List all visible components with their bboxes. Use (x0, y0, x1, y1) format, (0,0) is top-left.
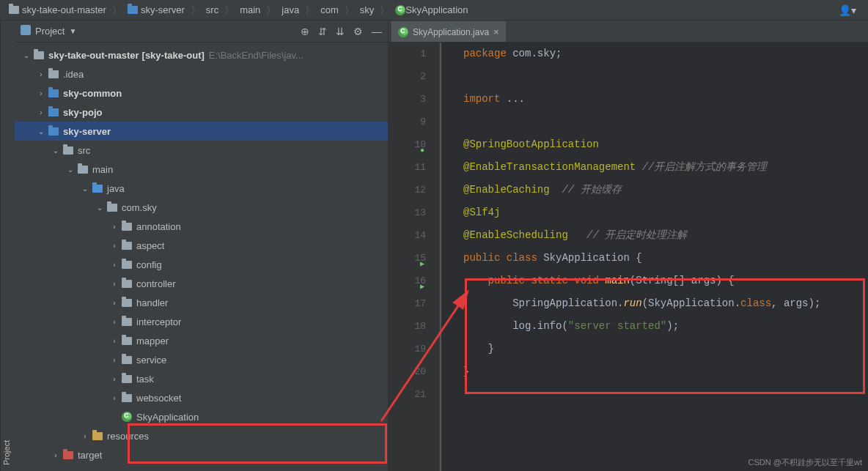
tree-row-websocket[interactable]: ›websocket (15, 388, 388, 407)
tree-row-config[interactable]: ›config (15, 255, 388, 274)
code-line[interactable]: } (463, 338, 868, 360)
tree-arrow-icon[interactable]: › (79, 432, 91, 440)
code-line[interactable] (463, 65, 868, 88)
tree-row-resources[interactable]: ›resources (15, 426, 388, 445)
tree-row-sky-server[interactable]: ⌄sky-server (15, 122, 388, 141)
tree-arrow-icon[interactable]: › (108, 318, 120, 326)
tree-arrow-icon[interactable]: › (108, 223, 120, 231)
tree-arrow-icon[interactable]: › (35, 108, 47, 116)
tree-arrow-icon[interactable]: › (108, 337, 120, 345)
code-line[interactable]: @EnableCaching // 开始缓存 (463, 179, 868, 201)
gutter-line[interactable]: 3 (389, 88, 426, 111)
gutter-line[interactable]: 16▶ (389, 270, 426, 292)
tree-arrow-icon[interactable]: ⌄ (94, 204, 106, 212)
tree-row-sky-common[interactable]: ›sky-common (15, 84, 388, 103)
gutter-line[interactable]: 19 (389, 338, 426, 360)
svg-rect-0 (21, 25, 31, 35)
breadcrumb-item[interactable]: com (317, 4, 342, 15)
tree-label: .idea (63, 69, 84, 80)
code-line[interactable]: @SpringBootApplication (463, 133, 868, 156)
gutter-line[interactable]: 14 (389, 224, 426, 247)
tree-arrow-icon[interactable]: › (108, 394, 120, 402)
code-line[interactable]: log.info("server started"); (463, 315, 868, 338)
tree-row-aspect[interactable]: ›aspect (15, 236, 388, 255)
gear-icon[interactable]: ⚙ (353, 26, 363, 37)
gutter-line[interactable]: 21 (389, 383, 426, 406)
tree-row-skyapplication[interactable]: SkyApplication (15, 407, 388, 426)
breadcrumb-label: sky-take-out-master (22, 4, 106, 15)
tree-row-src[interactable]: ⌄src (15, 141, 388, 160)
code-line[interactable]: @EnableTransactionManagement //开启注解方式的事务… (463, 156, 868, 179)
tree-row-sky-take-out-master[interactable]: ⌄sky-take-out-master [sky-take-out]E:\Ba… (15, 45, 388, 64)
tree-row-handler[interactable]: ›handler (15, 293, 388, 312)
tree-row-service[interactable]: ›service (15, 350, 388, 369)
gutter-line[interactable]: 18 (389, 315, 426, 338)
gutter-line[interactable]: 15▶ (389, 247, 426, 270)
gutter-line[interactable]: 10● (389, 133, 426, 156)
tree-arrow-icon[interactable]: › (35, 70, 47, 78)
hide-icon[interactable]: — (372, 26, 382, 37)
expand-icon[interactable]: ⇵ (318, 26, 327, 37)
code-line[interactable]: SpringApplication.run(SkyApplication.cla… (463, 292, 868, 315)
project-tool-tab[interactable]: Project (0, 21, 15, 471)
close-icon[interactable]: × (493, 26, 499, 37)
code-line[interactable]: } (463, 360, 868, 383)
code-line[interactable]: @Slf4j (463, 201, 868, 224)
tree-arrow-icon[interactable]: ⌄ (50, 147, 62, 155)
collapse-icon[interactable]: ⇊ (336, 26, 345, 37)
editor-tab-skyapplication[interactable]: SkyApplication.java × (391, 21, 506, 42)
gutter-line[interactable]: 12 (389, 179, 426, 201)
gutter-line[interactable]: 2 (389, 65, 426, 88)
tree-arrow-icon[interactable]: ⌄ (35, 127, 47, 136)
code-line[interactable]: public static void main(String[] args) { (463, 270, 868, 292)
tree-row-target[interactable]: ›target (15, 445, 388, 464)
tree-row-main[interactable]: ⌄main (15, 160, 388, 179)
tree-row-interceptor[interactable]: ›interceptor (15, 312, 388, 331)
code-area[interactable]: package com.sky;import ...@SpringBootApp… (440, 42, 868, 471)
tree-arrow-icon[interactable]: ⌄ (65, 166, 76, 174)
gutter-line[interactable]: 13 (389, 201, 426, 224)
tree-arrow-icon[interactable]: › (50, 451, 62, 459)
code-line[interactable] (463, 111, 868, 133)
gutter-line[interactable]: 1 (389, 42, 426, 65)
code-line[interactable] (463, 383, 868, 406)
chevron-down-icon[interactable]: ▼ (69, 27, 76, 35)
tree-arrow-icon[interactable]: › (108, 280, 120, 288)
breadcrumb-item[interactable]: sky-take-out-master (6, 4, 109, 15)
tree-row-sky-pojo[interactable]: ›sky-pojo (15, 103, 388, 122)
tree-row-annotation[interactable]: ›annotation (15, 217, 388, 236)
tree-arrow-icon[interactable]: ⌄ (21, 51, 32, 59)
locate-icon[interactable]: ⊕ (301, 26, 309, 37)
tree-row-controller[interactable]: ›controller (15, 274, 388, 293)
code-line[interactable]: @EnableScheduling // 开启定时处理注解 (463, 224, 868, 247)
tree-arrow-icon[interactable]: › (108, 356, 120, 364)
gutter-line[interactable]: 17 (389, 292, 426, 315)
breadcrumb-item[interactable]: sky (357, 4, 378, 15)
folder-icon (120, 375, 133, 383)
tree-arrow-icon[interactable]: ⌄ (79, 185, 91, 193)
tree-arrow-icon[interactable]: › (108, 242, 120, 250)
tree-row-task[interactable]: ›task (15, 369, 388, 388)
tree-arrow-icon[interactable]: › (108, 375, 120, 383)
code-line[interactable]: import ... (463, 88, 868, 111)
breadcrumb-item[interactable]: java (279, 4, 302, 15)
gutter-line[interactable]: 20 (389, 360, 426, 383)
code-line[interactable]: public class SkyApplication { (463, 247, 868, 270)
tree-row-com-sky[interactable]: ⌄com.sky (15, 198, 388, 217)
tree-row--idea[interactable]: ›.idea (15, 64, 388, 84)
tree-arrow-icon[interactable]: › (35, 89, 47, 97)
code-line[interactable]: package com.sky; (463, 42, 868, 65)
tree-arrow-icon[interactable]: › (108, 261, 120, 269)
gutter-line[interactable]: 11 (389, 156, 426, 179)
tree-row-java[interactable]: ⌄java (15, 179, 388, 198)
gutter-line[interactable]: 9 (389, 111, 426, 133)
user-icon[interactable]: 👤▾ (833, 1, 862, 19)
tree-row-mapper[interactable]: ›mapper (15, 331, 388, 350)
breadcrumb-item[interactable]: src (203, 4, 221, 15)
breadcrumb-item[interactable]: SkyApplication (392, 4, 471, 15)
tree-arrow-icon[interactable]: › (108, 299, 120, 307)
tree-label: com.sky (122, 202, 157, 213)
editor-body[interactable]: 123910●1112131415▶16▶1718192021 package … (389, 42, 868, 471)
breadcrumb-item[interactable]: sky-server (125, 4, 188, 15)
breadcrumb-item[interactable]: main (237, 4, 263, 15)
